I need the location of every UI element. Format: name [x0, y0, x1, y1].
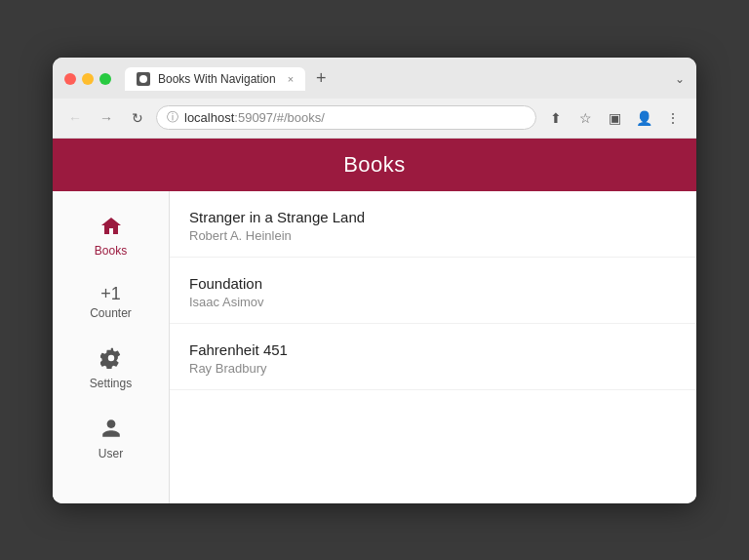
- book-title-0: Stranger in a Strange Land: [189, 209, 677, 225]
- bookmark-icon: ☆: [579, 110, 592, 126]
- app-header-title: Books: [343, 152, 406, 177]
- svg-point-0: [139, 75, 147, 83]
- sidebar-user-label: User: [99, 447, 123, 460]
- back-button[interactable]: ←: [62, 105, 88, 131]
- bookmark-button[interactable]: ☆: [572, 104, 599, 132]
- sidebar-item-user[interactable]: User: [53, 404, 169, 474]
- layout-button[interactable]: ▣: [601, 104, 628, 132]
- layout-icon: ▣: [609, 110, 621, 126]
- app-header: Books: [53, 139, 696, 191]
- sidebar-settings-label: Settings: [90, 377, 132, 390]
- book-title-1: Foundation: [189, 275, 677, 292]
- book-item-0[interactable]: Stranger in a Strange Land Robert A. Hei…: [170, 191, 696, 258]
- toolbar: ← → ↻ ⓘ localhost:59097/#/books/ ⬆ ☆ ▣: [53, 99, 696, 139]
- tab-favicon-icon: [137, 72, 150, 86]
- home-icon: [99, 215, 123, 240]
- toolbar-actions: ⬆ ☆ ▣ 👤 ⋮: [542, 104, 687, 132]
- counter-icon: +1: [100, 285, 121, 302]
- menu-button[interactable]: ⋮: [659, 104, 687, 132]
- tab-title: Books With Navigation: [158, 72, 276, 86]
- book-title-2: Fahrenheit 451: [189, 341, 677, 358]
- sidebar: Books +1 Counter Settings: [53, 191, 170, 503]
- book-author-0: Robert A. Heinlein: [189, 228, 677, 243]
- gear-icon: [100, 347, 122, 373]
- menu-icon: ⋮: [666, 110, 680, 126]
- sidebar-counter-label: Counter: [90, 306, 132, 320]
- book-item-1[interactable]: Foundation Isaac Asimov: [170, 258, 696, 324]
- browser-window: Books With Navigation × + ⌄ ← → ↻ ⓘ loca…: [53, 58, 696, 503]
- book-author-2: Ray Bradbury: [189, 361, 677, 376]
- lock-icon: ⓘ: [167, 109, 178, 126]
- book-item-2[interactable]: Fahrenheit 451 Ray Bradbury: [170, 324, 696, 390]
- profile-button[interactable]: 👤: [630, 104, 657, 132]
- tab-close-button[interactable]: ×: [288, 73, 294, 85]
- tab-bar: Books With Navigation × + ⌄: [125, 67, 685, 91]
- sidebar-item-counter[interactable]: +1 Counter: [53, 271, 169, 334]
- maximize-window-button[interactable]: [99, 73, 111, 85]
- sidebar-item-settings[interactable]: Settings: [53, 334, 169, 404]
- books-list: Stranger in a Strange Land Robert A. Hei…: [170, 191, 696, 503]
- traffic-lights: [64, 73, 111, 85]
- user-icon: [100, 418, 122, 443]
- tab-chevron-icon[interactable]: ⌄: [675, 72, 685, 86]
- sidebar-books-label: Books: [95, 244, 127, 258]
- back-icon: ←: [68, 110, 82, 126]
- title-bar: Books With Navigation × + ⌄: [53, 58, 696, 99]
- sidebar-item-books[interactable]: Books: [53, 201, 169, 271]
- forward-icon: →: [99, 110, 113, 126]
- new-tab-button[interactable]: +: [309, 67, 333, 91]
- share-button[interactable]: ⬆: [542, 104, 570, 132]
- minimize-window-button[interactable]: [82, 73, 94, 85]
- profile-icon: 👤: [636, 110, 652, 126]
- reload-button[interactable]: ↻: [125, 105, 150, 131]
- forward-button[interactable]: →: [94, 105, 119, 131]
- reload-icon: ↻: [132, 110, 143, 126]
- address-bar[interactable]: ⓘ localhost:59097/#/books/: [156, 105, 536, 130]
- upload-icon: ⬆: [550, 110, 562, 126]
- address-text: localhost:59097/#/books/: [184, 110, 526, 125]
- close-window-button[interactable]: [64, 73, 76, 85]
- app-body: Books +1 Counter Settings: [53, 191, 696, 503]
- book-author-1: Isaac Asimov: [189, 295, 677, 309]
- active-tab[interactable]: Books With Navigation ×: [125, 67, 305, 91]
